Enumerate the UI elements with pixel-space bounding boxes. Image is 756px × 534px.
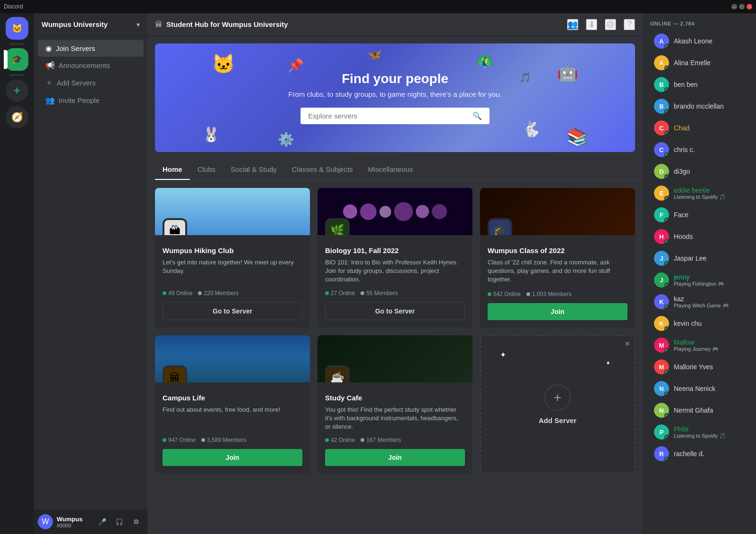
member-item-face[interactable]: F Face — [646, 204, 752, 225]
members-button[interactable]: 👥 — [567, 19, 578, 30]
member-item-phibi[interactable]: P Phibi Listening to Spotify 🎵 — [646, 422, 752, 442]
avatar: R — [654, 446, 669, 461]
member-item-akash[interactable]: A Akash Leone — [646, 31, 752, 51]
member-item-kaz[interactable]: K kaz Playing Witch Game 🎮 — [646, 291, 752, 312]
member-item-neena[interactable]: N Neena Nenick — [646, 378, 752, 399]
join-button-study[interactable]: Join — [325, 449, 465, 466]
member-name: kaz — [674, 295, 745, 303]
deafen-button[interactable]: 🎧 — [112, 514, 127, 529]
member-info: di3go — [674, 168, 745, 175]
status-indicator — [664, 218, 669, 222]
add-server-label: Add Server — [539, 416, 576, 424]
server-divider — [9, 43, 25, 44]
channel-item-invite-people[interactable]: 👥 Invite People — [38, 92, 144, 109]
member-item-jenny[interactable]: J jenny Playing Fishington 🎮 — [646, 270, 752, 290]
member-item-kevin[interactable]: K kevin chu — [646, 313, 752, 334]
member-item-rachelle[interactable]: R rachelle d. — [646, 443, 752, 464]
server-icon-discord-home[interactable]: 🐱 — [6, 17, 28, 40]
goto-server-button-bio[interactable]: Go to Server — [325, 302, 465, 320]
channel-item-join-servers[interactable]: ◉ Join Servers — [38, 40, 144, 57]
avatar: M — [654, 359, 669, 374]
card-desc-class: Class of '22 chill zone. Find a roommate… — [488, 258, 627, 285]
member-item-mallorie[interactable]: M Mallorie Yves — [646, 356, 752, 377]
tab-classes[interactable]: Classes & Subjects — [284, 160, 361, 180]
close-add-server-icon[interactable]: ✕ — [625, 340, 630, 348]
join-button-class[interactable]: Join — [488, 303, 627, 320]
card-desc-study: You got this! Find the perfect study spo… — [325, 406, 465, 432]
members-stat-class: 1,003 Members — [526, 291, 571, 297]
member-name: Alina Emelle — [674, 59, 745, 67]
member-name: chris c. — [674, 146, 745, 153]
online-dot — [163, 291, 166, 295]
status-indicator — [664, 370, 669, 374]
server-name: Wumpus University — [42, 20, 137, 28]
avatar: H — [654, 229, 669, 244]
status-indicator — [664, 131, 669, 136]
join-button-campus[interactable]: Join — [163, 449, 302, 466]
member-item-mallow[interactable]: M Mallow Playing Journey 🎮 — [646, 335, 752, 356]
search-input[interactable] — [308, 112, 469, 120]
mute-button[interactable]: 🎤 — [94, 514, 110, 529]
add-server-icon[interactable]: + — [6, 79, 28, 102]
help-button[interactable]: ? — [624, 19, 635, 30]
channel-item-add-servers[interactable]: ＋ Add Servers — [38, 74, 144, 92]
member-item-eddie[interactable]: E eddie beetie Listening to Spotify 🎵 — [646, 183, 752, 203]
member-item-chris[interactable]: C chris c. — [646, 139, 752, 160]
avatar: N — [654, 381, 669, 396]
member-activity: Playing Fishington 🎮 — [674, 281, 745, 287]
add-server-plus-icon: + — [544, 384, 571, 411]
avatar: B — [654, 77, 669, 92]
avatar: M — [654, 338, 669, 353]
member-item-nermit[interactable]: N Nermit Ghafa — [646, 400, 752, 421]
mention-button[interactable]: @ — [605, 19, 616, 30]
server-card-study-cafe: ☕ Study Cafe You got this! Find the perf… — [318, 335, 472, 474]
settings-button[interactable]: ⚙ — [129, 514, 144, 529]
member-name: brando mcclellan — [674, 102, 745, 110]
member-item-di3go[interactable]: D di3go — [646, 161, 752, 182]
user-controls: 🎤 🎧 ⚙ — [94, 514, 144, 529]
download-button[interactable]: ⬇ — [586, 19, 597, 30]
tab-misc[interactable]: Miscellaneous — [361, 160, 421, 180]
close-button[interactable]: ✕ — [747, 4, 752, 9]
member-item-hoods[interactable]: H Hoods — [646, 226, 752, 247]
user-panel: W Wumpus #0000 🎤 🎧 ⚙ — [34, 509, 147, 534]
channel-list: ◉ Join Servers 📢 Announcements ＋ Add Ser… — [34, 36, 147, 509]
member-item-ben[interactable]: B ben ben — [646, 74, 752, 95]
discover-servers-icon[interactable]: 🧭 — [6, 106, 28, 128]
member-item-chad[interactable]: C Chad — [646, 118, 752, 138]
server-header[interactable]: Wumpus University ▾ — [34, 13, 147, 36]
card-stats-campus: 947 Online 3,589 Members — [163, 437, 302, 443]
member-item-alina[interactable]: A Alina Emelle — [646, 52, 752, 73]
member-item-jaspar[interactable]: J Jaspar Lee — [646, 248, 752, 269]
minimize-button[interactable]: — — [731, 4, 737, 9]
status-indicator — [664, 196, 669, 201]
online-stat-campus: 947 Online — [163, 437, 196, 443]
member-info: Jaspar Lee — [674, 254, 745, 262]
join-servers-icon: ◉ — [45, 44, 52, 53]
maximize-button[interactable]: □ — [739, 4, 745, 9]
member-info: Chad — [674, 124, 745, 132]
channel-item-announcements[interactable]: 📢 Announcements — [38, 57, 144, 74]
add-server-card[interactable]: ✦ ✦ ✕ + Add Server — [480, 335, 635, 474]
status-indicator — [664, 44, 669, 49]
tab-home[interactable]: Home — [155, 160, 190, 180]
member-info: Phibi Listening to Spotify 🎵 — [674, 425, 745, 439]
card-name-class: Wumpus Class of 2022 — [488, 246, 627, 254]
goto-server-button-hiking[interactable]: Go to Server — [163, 302, 302, 320]
tab-social-study[interactable]: Social & Study — [223, 160, 284, 180]
member-name: jenny — [674, 273, 745, 281]
server-divider-2 — [9, 75, 25, 76]
tab-clubs[interactable]: Clubs — [190, 160, 223, 180]
member-info: Hoods — [674, 233, 745, 240]
members-stat-bio: 55 Members — [361, 290, 398, 297]
member-name: Neena Nenick — [674, 385, 745, 392]
member-info: chris c. — [674, 146, 745, 153]
explore-search-box[interactable]: 🔍 — [301, 108, 490, 124]
server-icon-wumpus-uni[interactable]: 🎓 — [6, 48, 28, 71]
member-item-brando[interactable]: B brando mcclellan — [646, 96, 752, 117]
status-indicator — [664, 305, 669, 309]
online-stat-class: 542 Online — [488, 291, 521, 297]
member-info: jenny Playing Fishington 🎮 — [674, 273, 745, 287]
status-indicator — [664, 326, 669, 331]
avatar: D — [654, 164, 669, 179]
